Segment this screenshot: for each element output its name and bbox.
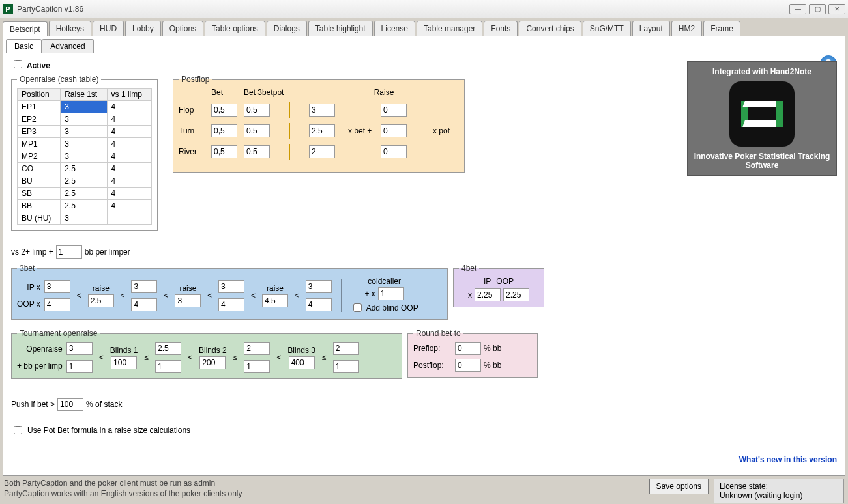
pf-bet[interactable] — [211, 124, 237, 137]
tourn-limp[interactable] — [244, 360, 270, 373]
3bet-oop[interactable] — [131, 298, 157, 311]
tourn-blinds[interactable] — [289, 356, 315, 369]
table-row[interactable]: CO2,54 — [18, 163, 152, 175]
3bet-ip[interactable] — [44, 280, 70, 293]
table-row[interactable]: EP334 — [18, 126, 152, 138]
tab-layout[interactable]: Layout — [632, 21, 670, 36]
pf-raise1[interactable] — [309, 104, 335, 117]
tourn-open[interactable] — [333, 342, 359, 355]
round-legend: Round bet to — [413, 329, 463, 338]
3bet-oop[interactable] — [306, 298, 332, 311]
close-button[interactable]: ✕ — [828, 4, 845, 14]
push-suf: % of stack — [86, 400, 122, 409]
app-icon: P — [3, 4, 13, 14]
fourbet-ip-input[interactable] — [475, 288, 501, 301]
round-pre-lbl: Preflop: — [413, 344, 452, 353]
pf-raise2[interactable] — [381, 124, 407, 137]
table-row[interactable]: BB2,54 — [18, 200, 152, 212]
subtab-basic[interactable]: Basic — [6, 39, 42, 53]
tab-table-highlight[interactable]: Table highlight — [308, 21, 373, 36]
tab-hud[interactable]: HUD — [93, 21, 124, 36]
status-text: Both PartyCaption and the poker client m… — [4, 479, 242, 499]
table-row[interactable]: MP134 — [18, 138, 152, 150]
status-l2: PartyCaption works with an English versi… — [4, 489, 242, 499]
pf-bet[interactable] — [211, 145, 237, 158]
status-l1: Both PartyCaption and the poker client m… — [4, 479, 242, 489]
blind-oop-checkbox[interactable] — [353, 303, 362, 312]
tab-sng-mtt[interactable]: SnG/MTT — [583, 21, 631, 36]
ad-box[interactable]: Integrated with Hand2Note Innovative Pok… — [687, 61, 837, 176]
tab-hotkeys[interactable]: Hotkeys — [49, 21, 91, 36]
table-row[interactable]: EP234 — [18, 113, 152, 126]
tourn-blinds[interactable] — [199, 356, 226, 369]
round-pre-input[interactable] — [455, 342, 481, 355]
tourn-open[interactable] — [244, 342, 270, 355]
coldcaller-input[interactable] — [378, 287, 404, 300]
pf-raise1[interactable] — [309, 124, 335, 137]
push-input[interactable] — [57, 398, 83, 411]
tab-table-options[interactable]: Table options — [205, 21, 265, 36]
tab-betscript[interactable]: Betscript — [3, 21, 48, 36]
pf-bet3[interactable] — [244, 104, 270, 117]
blind-oop-label[interactable]: Add blind OOP — [351, 301, 418, 314]
pf-bet3[interactable] — [244, 145, 270, 158]
col-header[interactable]: Raise 1st — [61, 89, 107, 101]
tourn-open[interactable] — [66, 342, 93, 355]
round-group: Round bet to Preflop: % bb Postflop: % b… — [407, 329, 538, 378]
table-row[interactable]: MP234 — [18, 150, 152, 163]
col-header[interactable]: Position — [18, 89, 61, 101]
pf-row-lbl: Flop — [179, 105, 211, 115]
tourn-open[interactable] — [155, 342, 181, 355]
fourbet-oop-input[interactable] — [503, 288, 529, 301]
tab-fonts[interactable]: Fonts — [484, 21, 518, 36]
tourn-limp[interactable] — [155, 360, 181, 373]
potbet-checkbox[interactable] — [14, 426, 22, 434]
tourn-blinds[interactable] — [111, 356, 137, 369]
subtab-advanced[interactable]: Advanced — [42, 39, 93, 53]
tab-license[interactable]: License — [374, 21, 415, 36]
tourn-limp[interactable] — [333, 360, 359, 373]
pf-raise2[interactable] — [381, 104, 407, 117]
fourbet-legend: 4bet — [459, 264, 479, 273]
3bet-raise[interactable] — [175, 294, 201, 307]
3bet-ip[interactable] — [218, 280, 244, 293]
openraise-table[interactable]: PositionRaise 1stvs 1 limpEP134EP234EP33… — [17, 88, 152, 225]
active-checkbox[interactable] — [14, 60, 22, 68]
3bet-raise[interactable] — [88, 294, 114, 307]
limp-input[interactable] — [56, 245, 82, 259]
tab-options[interactable]: Options — [162, 21, 203, 36]
pf-bet3[interactable] — [244, 124, 270, 137]
table-row[interactable]: EP134 — [18, 101, 152, 113]
pf-raise1[interactable] — [309, 145, 335, 158]
table-row[interactable]: SB2,54 — [18, 188, 152, 200]
col-header[interactable]: vs 1 limp — [107, 89, 151, 101]
3bet-ip[interactable] — [306, 280, 332, 293]
minimize-button[interactable]: — — [789, 4, 806, 14]
potbet-label[interactable]: Use Pot Bet formula in a raise size calc… — [11, 424, 190, 436]
license-head: License state: — [720, 482, 838, 491]
maximize-button[interactable]: ▢ — [809, 4, 826, 14]
round-post-input[interactable] — [455, 359, 481, 372]
postflop-group: Postflop BetBet 3betpotRaiseFlopTurnx be… — [173, 75, 465, 173]
3bet-raise[interactable] — [262, 294, 288, 307]
table-row[interactable]: BU2,54 — [18, 175, 152, 188]
save-button[interactable]: Save options — [649, 479, 709, 494]
tourn-limp[interactable] — [66, 360, 93, 373]
window-title: PartyCaption v1.86 — [17, 5, 83, 14]
active-checkbox-label[interactable]: Active — [11, 61, 50, 70]
3bet-oop[interactable] — [44, 298, 70, 311]
tab-table-manager[interactable]: Table manager — [417, 21, 482, 36]
postflop-legend: Postflop — [179, 75, 212, 84]
tab-lobby[interactable]: Lobby — [125, 21, 161, 36]
3bet-ip[interactable] — [131, 280, 157, 293]
pf-bet[interactable] — [211, 104, 237, 117]
tab-dialogs[interactable]: Dialogs — [267, 21, 307, 36]
round-suf2: % bb — [484, 361, 501, 370]
table-row[interactable]: BU (HU)3 — [18, 212, 152, 225]
tab-frame[interactable]: Frame — [703, 21, 740, 36]
tab-hm2[interactable]: HM2 — [671, 21, 702, 36]
pf-raise2[interactable] — [381, 145, 407, 158]
3bet-oop[interactable] — [218, 298, 244, 311]
tab-convert-chips[interactable]: Convert chips — [519, 21, 581, 36]
whatsnew-link[interactable]: What's new in this version — [739, 455, 837, 464]
